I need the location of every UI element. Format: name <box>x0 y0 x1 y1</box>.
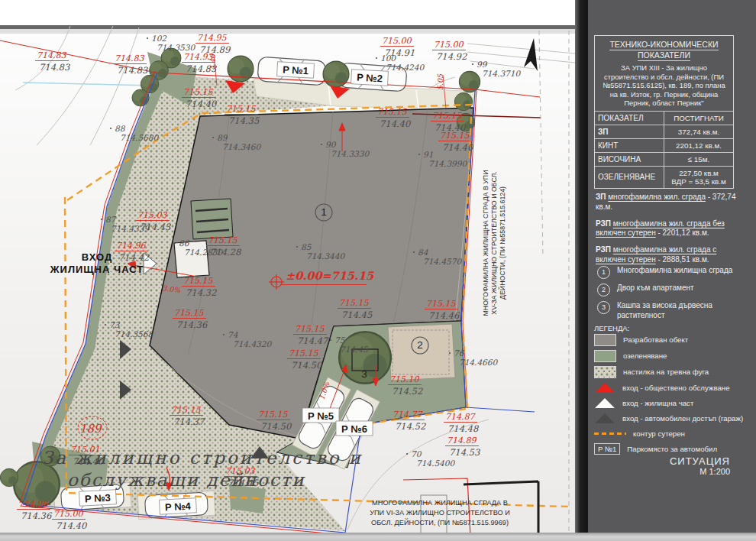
residential-entrance-icon <box>594 398 615 408</box>
scan-bottom-band <box>0 533 756 541</box>
elevation-label: 715.00714.92 <box>432 40 467 62</box>
info-panel: ТЕХНИКО-ИКОНОМИЧЕСКИ ПОКАЗАТЕЛИ ЗА УПИ X… <box>588 0 756 541</box>
table-row: КИНТ 2201,12 кв.м. <box>595 138 733 152</box>
svg-text:715.15: 715.15 <box>440 131 470 141</box>
svg-text:714.32: 714.32 <box>186 287 217 298</box>
svg-text:3: 3 <box>361 368 367 380</box>
callout-number: 3 <box>597 301 610 314</box>
svg-text:P №1: P №1 <box>283 64 309 77</box>
svg-text:84: 84 <box>418 248 428 257</box>
elevation-label: 715.15714.37 <box>170 405 205 427</box>
svg-text:715.15: 715.15 <box>183 87 213 97</box>
svg-text:715.00: 715.00 <box>382 36 412 46</box>
svg-text:100: 100 <box>380 53 396 63</box>
elevation-label: 715.15714.47 <box>293 324 329 346</box>
svg-text:714.4320: 714.4320 <box>233 339 272 348</box>
svg-text:88: 88 <box>115 124 126 133</box>
svg-text:714.40: 714.40 <box>442 142 474 153</box>
parking-badge-sample: P №1 <box>594 443 620 455</box>
svg-text:МНОГОФАМИЛНА ЖИЛИЩНА СГРАДА В: МНОГОФАМИЛНА ЖИЛИЩНА СГРАДА В УПИ <box>482 170 489 316</box>
parking-spot-badge: P №3 <box>79 490 117 506</box>
svg-text:714.3330: 714.3330 <box>331 149 370 158</box>
site-plan-svg: 714.95714.89715.00714.91715.00714.92714.… <box>0 0 575 541</box>
garage-entrance-icon <box>594 413 615 423</box>
table-title: ТЕХНИКО-ИКОНОМИЧЕСКИ ПОКАЗАТЕЛИ <box>595 36 733 61</box>
caption-scale: М 1:200 <box>670 467 730 476</box>
svg-text:XV-ЗА ЖИЛИЩНО СТРОИТЕЛСТВО И О: XV-ЗА ЖИЛИЩНО СТРОИТЕЛСТВО И ОБСЛ. <box>490 171 498 314</box>
neighbor-parcel-xv-label: МНОГОФАМИЛНА ЖИЛИЩНА СГРАДА В УПИXV-ЗА Ж… <box>482 170 506 316</box>
svg-text:715.00: 715.00 <box>434 40 464 50</box>
scan-top-shadow <box>0 25 575 29</box>
svg-text:714.83: 714.83 <box>117 65 148 76</box>
table-subtitle: ЗА УПИ XIII - За жилищно строителство и … <box>595 61 733 110</box>
svg-text:714.52: 714.52 <box>395 421 426 432</box>
svg-text:714.50: 714.50 <box>291 360 323 371</box>
svg-text:714.53: 714.53 <box>449 447 480 458</box>
svg-text:714.45: 714.45 <box>341 309 373 320</box>
elevation-label: 715.00714.40 <box>52 509 88 531</box>
elevation-label: 714.96714.42 <box>115 241 150 263</box>
note-rzp-1: РЗП многофамилна жил. сграда без включен… <box>596 219 747 239</box>
svg-text:86: 86 <box>179 238 190 248</box>
table-row: ЗП 372,74 кв.м. <box>595 125 733 138</box>
svg-text:99: 99 <box>477 60 488 69</box>
svg-text:715.15: 715.15 <box>174 308 204 318</box>
svg-text:87: 87 <box>105 215 117 224</box>
svg-text:714.4660: 714.4660 <box>459 358 498 367</box>
svg-text:714.96: 714.96 <box>116 241 146 251</box>
parking-spot-badge: P №6 <box>336 421 373 436</box>
svg-text:714.87: 714.87 <box>445 412 476 422</box>
neighbor-parcel-vi-label: МНОГОФАМИЛНА ЖИЛИЩНА СГРАДА В <box>372 499 508 507</box>
svg-text:714.40: 714.40 <box>56 520 88 531</box>
parcel-number: 189 <box>79 422 102 436</box>
note-rzp-2: РЗП многофамилна жил. сграда с включен с… <box>596 245 747 265</box>
grass-paving-swatch <box>594 366 616 378</box>
svg-text:70: 70 <box>411 449 422 458</box>
parking-spot-badge: P №4 <box>160 498 197 514</box>
dimension-label: 4.40 <box>208 53 217 70</box>
public-entrance-icon <box>594 383 615 393</box>
neighbor-parcel-vi-label: УПИ VI-ЗА ЖИЛИЩНО СТРОИТЕЛСТВО И <box>370 509 510 517</box>
elevation-label: 715.15714.40 <box>376 107 412 129</box>
svg-text:P №6: P №6 <box>341 423 367 435</box>
sheet-edge-shadow <box>575 0 588 541</box>
elevation-label: 715.15714.46 <box>425 299 460 321</box>
svg-text:76: 76 <box>454 348 465 358</box>
legend-item: вход - автомобилен достъп (гараж) <box>594 413 751 424</box>
site-plan-drawing: 714.95714.89715.00714.91715.00714.92714.… <box>0 0 575 541</box>
svg-text:715.15: 715.15 <box>426 299 456 309</box>
legend: Разработван обект озеленяване настилка н… <box>594 334 751 458</box>
callout-number: 2 <box>597 283 610 296</box>
svg-text:714.4339: 714.4339 <box>111 224 150 233</box>
legend-item: Разработван обект <box>594 334 751 346</box>
legend-title: ЛЕГЕНДА: <box>594 324 629 332</box>
parking-spot-badge: P №2 <box>351 70 389 86</box>
svg-text:90: 90 <box>325 140 337 149</box>
svg-text:714.5400: 714.5400 <box>416 458 455 468</box>
elevation-label: 714.89714.53 <box>445 436 480 458</box>
callout-number: 1 <box>597 266 610 279</box>
legend-item: озеленяване <box>594 350 751 362</box>
svg-text:714.3568: 714.3568 <box>115 329 153 339</box>
indicators-table: ТЕХНИКО-ИКОНОМИЧЕСКИ ПОКАЗАТЕЛИ ЗА УПИ X… <box>594 35 734 189</box>
svg-text:714.2830: 714.2830 <box>184 248 223 257</box>
callout-label: Многофамилна жилищна сграда <box>617 266 732 276</box>
callout-item: 2 Двор към апартамент <box>597 283 748 296</box>
svg-text:714.40: 714.40 <box>380 118 412 129</box>
svg-text:714.83: 714.83 <box>39 62 70 73</box>
note-zp: ЗП многофамилна жил. сграда - 372,74 кв.… <box>596 193 747 212</box>
elevation-label: 715.15714.50 <box>257 410 292 432</box>
elevation-label: 715.15714.32 <box>182 276 217 298</box>
svg-text:714.4240: 714.4240 <box>386 63 425 72</box>
svg-text:714.77: 714.77 <box>393 410 423 420</box>
svg-text:P №3: P №3 <box>85 492 111 505</box>
elevation-label: 715.15714.50 <box>287 348 323 371</box>
svg-text:714.89: 714.89 <box>447 436 477 445</box>
legend-item: вход - обществено обслужване <box>594 382 751 394</box>
basement-contour-swatch <box>594 432 626 435</box>
residential-entrance-label: ЖИЛИЩНА ЧАСТ <box>50 264 144 275</box>
svg-text:715.15: 715.15 <box>377 107 407 117</box>
svg-text:714.3460: 714.3460 <box>222 142 261 151</box>
elevation-label: 714.87714.48 <box>444 412 480 434</box>
elevation-label: 715.15714.45 <box>338 298 373 320</box>
